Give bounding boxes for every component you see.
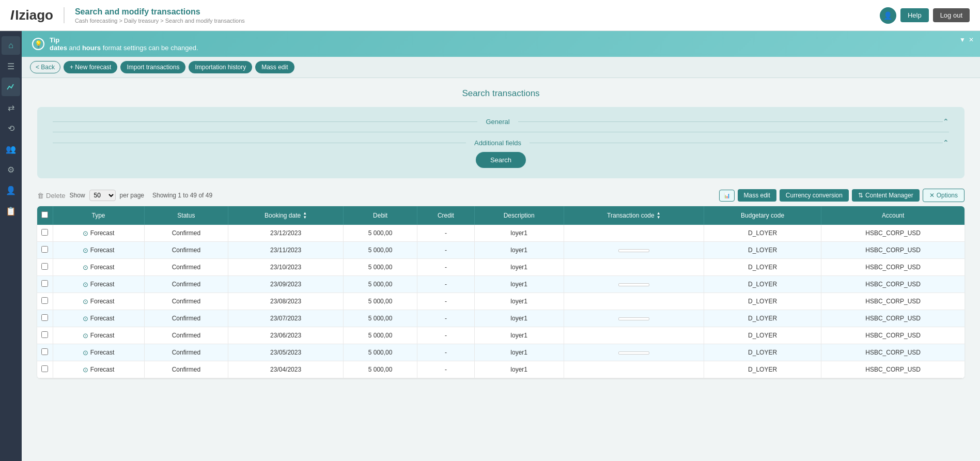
per-page-select[interactable]: 50 25 100 (89, 190, 116, 201)
table-toolbar-left: 🗑 Delete Show 50 25 100 per page Showing… (37, 190, 212, 201)
general-section: General ⌃ (53, 117, 949, 132)
mass-edit-table-button[interactable]: Mass edit (738, 189, 776, 202)
sidebar-item-home[interactable]: ⌂ (2, 36, 20, 55)
logout-button[interactable]: Log out (933, 8, 970, 22)
showing-label: Showing 1 to 49 of 49 (152, 192, 212, 199)
row-description: loyer1 (474, 225, 564, 242)
row-checkbox[interactable] (41, 365, 48, 372)
row-checkbox[interactable] (41, 280, 48, 287)
sidebar-item-chart[interactable] (2, 78, 20, 96)
row-checkbox[interactable] (41, 314, 48, 321)
th-status: Status (144, 206, 228, 225)
row-checkbox[interactable] (41, 229, 48, 236)
general-chevron-icon[interactable]: ⌃ (943, 117, 949, 126)
row-credit: - (417, 242, 474, 259)
table-area: 🗑 Delete Show 50 25 100 per page Showing… (22, 189, 980, 389)
row-type: ⊙ Forecast (53, 327, 144, 344)
row-account: HSBC_CORP_USD (821, 242, 965, 259)
forecast-icon: ⊙ (83, 315, 88, 322)
th-booking-date[interactable]: Booking date ▲▼ (228, 206, 344, 225)
tip-hours: hours (82, 44, 101, 52)
table-row: ⊙ Forecast Confirmed 23/06/2023 5 000,00… (37, 327, 965, 344)
row-debit: 5 000,00 (343, 361, 417, 378)
importation-history-button[interactable]: Importation history (189, 61, 252, 73)
forecast-icon: ⊙ (83, 366, 88, 374)
row-checkbox[interactable] (41, 297, 48, 304)
table-row: ⊙ Forecast Confirmed 23/08/2023 5 000,00… (37, 293, 965, 310)
sidebar-item-admin[interactable]: 👤 (2, 181, 20, 199)
row-account: HSBC_CORP_USD (821, 344, 965, 361)
forecast-icon: ⊙ (83, 298, 88, 305)
content-manager-button[interactable]: ⇅ Content Manager (852, 189, 920, 202)
row-debit: 5 000,00 (343, 259, 417, 276)
table-row: ⊙ Forecast Confirmed 23/12/2023 5 000,00… (37, 225, 965, 242)
import-transactions-button[interactable]: Import transactions (120, 61, 185, 73)
options-button[interactable]: ✕ Options (923, 189, 965, 202)
row-checkbox-cell (37, 259, 53, 276)
row-checkbox-cell (37, 361, 53, 378)
row-type: ⊙ Forecast (53, 310, 144, 327)
additional-fields-chevron-icon[interactable]: ⌃ (943, 139, 949, 147)
th-budgetary-code: Budgetary code (704, 206, 821, 225)
row-booking-date: 23/09/2023 (228, 276, 344, 293)
th-account: Account (821, 206, 965, 225)
delete-button[interactable]: 🗑 Delete (37, 192, 66, 199)
row-booking-date: 23/08/2023 (228, 293, 344, 310)
row-account: HSBC_CORP_USD (821, 310, 965, 327)
row-checkbox-cell (37, 242, 53, 259)
row-checkbox[interactable] (41, 348, 48, 355)
sidebar-item-reports[interactable]: 📋 (2, 202, 20, 220)
additional-fields-label: Additional fields (474, 139, 521, 147)
row-status: Confirmed (144, 242, 228, 259)
tip-close-icon[interactable]: ✕ (969, 36, 974, 43)
row-checkbox[interactable] (41, 331, 48, 338)
row-checkbox-cell (37, 276, 53, 293)
select-all-checkbox[interactable] (41, 211, 48, 218)
row-budgetary-code: D_LOYER (704, 293, 821, 310)
row-checkbox[interactable] (41, 246, 48, 253)
th-description: Description (474, 206, 564, 225)
row-booking-date: 23/05/2023 (228, 344, 344, 361)
tip-label: Tip (50, 36, 59, 44)
row-debit: 5 000,00 (343, 276, 417, 293)
row-debit: 5 000,00 (343, 310, 417, 327)
back-button[interactable]: < Back (30, 61, 60, 73)
row-account: HSBC_CORP_USD (821, 293, 965, 310)
row-description: loyer1 (474, 344, 564, 361)
sidebar-item-flow-settings[interactable]: ⟲ (2, 119, 20, 137)
row-status: Confirmed (144, 361, 228, 378)
row-credit: - (417, 293, 474, 310)
currency-conversion-button[interactable]: Currency conversion (780, 189, 849, 202)
transactions-table: Type Status Booking date ▲▼ Debit Credit… (37, 206, 965, 378)
sidebar-item-settings[interactable]: ⚙ (2, 160, 20, 179)
help-button[interactable]: Help (900, 8, 929, 22)
trash-icon: 🗑 (37, 192, 44, 199)
tip-minimize-icon[interactable]: ▼ (959, 36, 966, 43)
forecast-icon: ⊙ (83, 332, 88, 340)
row-credit: - (417, 344, 474, 361)
sidebar-item-users[interactable]: 👥 (2, 140, 20, 158)
row-status: Confirmed (144, 276, 228, 293)
th-debit: Debit (343, 206, 417, 225)
csv-export-button[interactable]: 📊 (719, 190, 735, 202)
tip-controls[interactable]: ▼ ✕ (959, 36, 974, 43)
row-type: ⊙ Forecast (53, 242, 144, 259)
row-transaction-code (564, 259, 704, 276)
mass-edit-button[interactable]: Mass edit (255, 61, 294, 73)
sidebar-item-flow[interactable]: ⇄ (2, 98, 20, 117)
th-credit: Credit (417, 206, 474, 225)
search-area: Search transactions General ⌃ Additional… (22, 78, 980, 189)
row-account: HSBC_CORP_USD (821, 276, 965, 293)
th-transaction-code[interactable]: Transaction code ▲▼ (564, 206, 704, 225)
search-button[interactable]: Search (476, 152, 526, 168)
new-forecast-button[interactable]: + New forecast (64, 61, 117, 73)
row-budgetary-code: D_LOYER (704, 344, 821, 361)
table-toolbar: 🗑 Delete Show 50 25 100 per page Showing… (37, 189, 965, 202)
row-checkbox[interactable] (41, 263, 48, 270)
sidebar-item-documents[interactable]: ☰ (2, 57, 20, 75)
row-budgetary-code: D_LOYER (704, 259, 821, 276)
row-type: ⊙ Forecast (53, 259, 144, 276)
row-description: loyer1 (474, 310, 564, 327)
row-budgetary-code: D_LOYER (704, 276, 821, 293)
search-title: Search transactions (37, 88, 965, 99)
